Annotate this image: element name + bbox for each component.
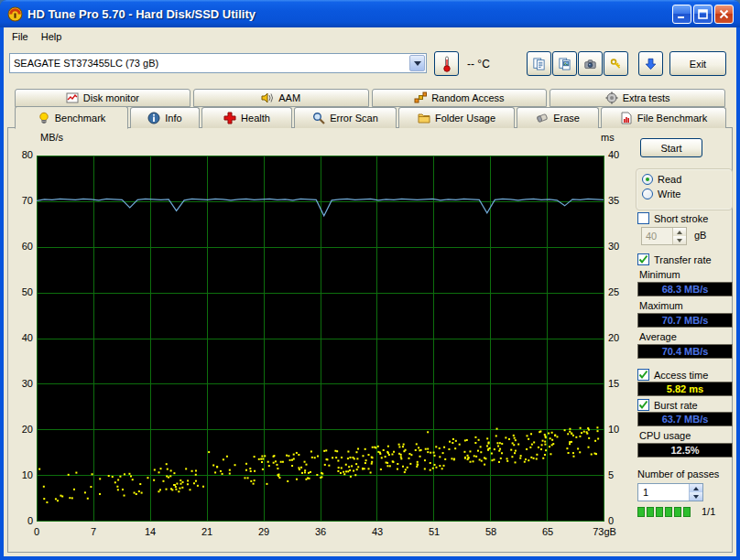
passes-spinner[interactable]: 1 xyxy=(637,483,703,501)
info-icon xyxy=(147,112,160,124)
maximize-icon xyxy=(698,9,708,19)
checkmark-icon xyxy=(637,369,649,381)
camera-icon xyxy=(584,58,596,70)
tab-erase[interactable]: Erase xyxy=(517,107,599,128)
access-time-checkbox[interactable]: Access time xyxy=(637,369,708,381)
write-radio[interactable]: Write xyxy=(642,188,680,199)
temperature-button[interactable] xyxy=(434,51,459,76)
titlebar: HD Tune Pro 5.70 - Hard Disk/SSD Utility xyxy=(0,0,740,27)
progress-block xyxy=(656,507,663,517)
tab-label: Extra tests xyxy=(623,92,670,103)
window-title: HD Tune Pro 5.70 - Hard Disk/SSD Utility xyxy=(27,7,672,21)
radio-selected-icon xyxy=(642,174,653,185)
tab-file-benchmark[interactable]: File Benchmark xyxy=(601,107,726,128)
download-arrow-icon xyxy=(645,57,657,71)
tab-random-access[interactable]: Random Access xyxy=(372,89,548,107)
access-time-value: 5.82 ms xyxy=(637,382,733,396)
read-radio[interactable]: Read xyxy=(642,174,681,185)
tab-row-top: Disk monitor AAM Random Access Extra tes… xyxy=(15,89,725,107)
extra-tests-icon xyxy=(605,92,618,104)
tab-label: File Benchmark xyxy=(637,113,707,124)
progress-label: 1/1 xyxy=(702,506,715,517)
tab-benchmark[interactable]: Benchmark xyxy=(15,106,128,129)
tab-label: Erase xyxy=(553,113,580,124)
tab-aam[interactable]: AAM xyxy=(193,89,369,107)
progress-block xyxy=(674,507,681,517)
progress-block xyxy=(665,507,672,517)
speaker-icon xyxy=(261,92,274,104)
tab-label: Benchmark xyxy=(55,113,106,124)
app-icon xyxy=(7,6,23,22)
update-button[interactable] xyxy=(638,51,663,76)
temperature-value: -- xyxy=(467,58,474,70)
maximize-button[interactable] xyxy=(693,5,713,24)
options-button[interactable] xyxy=(604,51,628,76)
tab-error-scan[interactable]: Error Scan xyxy=(294,107,397,128)
average-label: Average xyxy=(639,331,677,342)
file-benchmark-icon xyxy=(620,112,633,124)
checkmark-icon xyxy=(637,253,649,265)
clipboard-text-icon xyxy=(533,57,545,71)
menu-file[interactable]: File xyxy=(5,29,35,44)
benchmark-lamp-icon xyxy=(38,112,50,124)
short-stroke-label: Short stroke xyxy=(654,213,708,224)
temperature-readout: -- °C xyxy=(467,58,490,70)
copy-image-button[interactable] xyxy=(552,51,577,76)
minimize-icon xyxy=(677,9,687,19)
tab-row-bottom: Benchmark Info Health Error Scan Folder … xyxy=(15,107,726,128)
short-stroke-checkbox[interactable]: Short stroke xyxy=(637,212,708,224)
window-controls xyxy=(672,5,734,24)
drive-select[interactable]: SEAGATE ST373455LC (73 gB) xyxy=(9,53,427,73)
checkbox-unchecked-icon xyxy=(637,212,649,224)
radio-unselected-icon xyxy=(642,188,653,199)
tab-health[interactable]: Health xyxy=(201,107,292,128)
cpu-usage-value: 12.5% xyxy=(637,443,733,458)
tab-label: Error Scan xyxy=(330,113,378,124)
transfer-rate-checkbox[interactable]: Transfer rate xyxy=(637,253,712,265)
progress-block xyxy=(683,507,691,517)
disk-monitor-icon xyxy=(66,92,79,104)
start-button[interactable]: Start xyxy=(640,138,702,157)
menubar: File Help xyxy=(4,27,736,46)
burst-rate-checkbox[interactable]: Burst rate xyxy=(637,399,698,411)
passes-value: 1 xyxy=(638,484,689,501)
screenshot-button[interactable] xyxy=(578,51,603,76)
tab-info[interactable]: Info xyxy=(130,107,200,128)
keys-icon xyxy=(610,57,622,71)
temperature-unit: °C xyxy=(477,58,489,70)
tab-label: Random Access xyxy=(431,92,504,103)
combo-dropdown-icon[interactable] xyxy=(409,55,425,71)
menu-help[interactable]: Help xyxy=(35,29,69,44)
burst-rate-label: Burst rate xyxy=(654,400,698,411)
transfer-rate-label: Transfer rate xyxy=(654,254,712,265)
random-access-icon xyxy=(414,92,427,104)
clipboard-image-icon xyxy=(559,57,571,71)
tab-label: Info xyxy=(165,113,181,124)
magnifier-icon xyxy=(312,112,325,124)
tab-extra-tests[interactable]: Extra tests xyxy=(550,89,725,107)
tab-disk-monitor[interactable]: Disk monitor xyxy=(15,89,190,107)
progress-block xyxy=(637,507,645,517)
copy-text-button[interactable] xyxy=(527,51,551,76)
tab-folder-usage[interactable]: Folder Usage xyxy=(398,107,515,128)
client-area: File Help SEAGATE ST373455LC (73 gB) -- … xyxy=(4,27,736,556)
short-stroke-spinner[interactable] xyxy=(672,228,686,244)
minimize-button[interactable] xyxy=(672,5,691,24)
eraser-icon xyxy=(536,112,549,124)
tab-label: Health xyxy=(241,113,270,124)
close-icon xyxy=(719,9,729,19)
passes-spinner-arrows[interactable] xyxy=(689,484,702,501)
short-stroke-unit: gB xyxy=(694,230,706,241)
exit-button[interactable]: Exit xyxy=(669,51,726,76)
tab-label: Folder Usage xyxy=(435,113,495,124)
thermometer-icon xyxy=(442,56,452,72)
health-cross-icon xyxy=(223,112,236,124)
close-button[interactable] xyxy=(714,5,734,24)
passes-label: Number of passes xyxy=(637,468,719,479)
maximum-value: 70.7 MB/s xyxy=(637,313,733,328)
short-stroke-input[interactable]: 40 xyxy=(641,227,687,245)
tab-label: Disk monitor xyxy=(83,92,139,103)
progress-block xyxy=(647,507,654,517)
access-time-label: Access time xyxy=(654,370,708,381)
maximum-label: Maximum xyxy=(639,300,683,311)
